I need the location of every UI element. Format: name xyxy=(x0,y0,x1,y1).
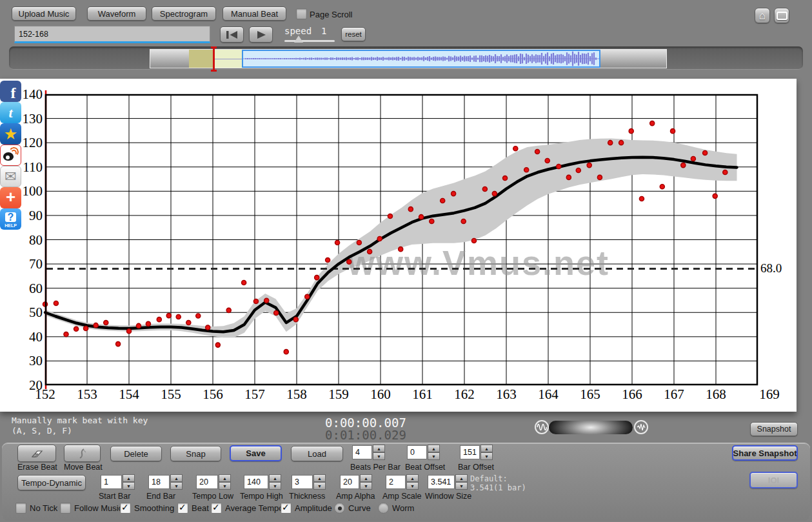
y-axis-tick-label: 40 xyxy=(15,329,43,345)
erase-beat-button[interactable] xyxy=(17,445,56,462)
x-axis-tick-label: 166 xyxy=(617,386,647,403)
spin-up-button[interactable]: ▲ xyxy=(428,445,440,452)
delete-button[interactable]: Delete xyxy=(110,446,162,461)
spin-down-button[interactable]: ▼ xyxy=(360,482,372,490)
play-icon xyxy=(255,30,267,39)
smoothing-checkbox[interactable] xyxy=(120,503,131,514)
fullscreen-button[interactable] xyxy=(774,8,789,23)
x-axis-tick-label: 158 xyxy=(282,386,312,403)
tempo-high-input[interactable] xyxy=(244,475,268,489)
curve-label: Curve xyxy=(348,503,371,513)
amp-alpha-input[interactable] xyxy=(340,475,359,489)
help-icon: ? xyxy=(5,212,17,222)
end-bar-input[interactable] xyxy=(148,475,170,489)
selection-played-region xyxy=(189,50,215,68)
spin-up-button[interactable]: ▲ xyxy=(455,474,468,482)
window-size-input[interactable] xyxy=(428,475,455,489)
beats-per-bar-input[interactable] xyxy=(352,445,372,459)
tempo-low-input[interactable] xyxy=(196,475,218,489)
x-axis-tick-label: 154 xyxy=(114,386,144,403)
y-axis-tick-label: 120 xyxy=(15,135,43,151)
spin-up-button[interactable]: ▲ xyxy=(313,474,326,482)
bar-offset-input[interactable] xyxy=(460,445,480,459)
x-axis-tick-label: 162 xyxy=(450,386,479,403)
beat-key-hint-line1: Manually mark beat with key xyxy=(12,416,148,425)
volume-slider[interactable] xyxy=(549,421,633,434)
reset-button[interactable]: reset xyxy=(341,27,366,41)
waveform-view-window[interactable] xyxy=(242,50,600,68)
x-axis-tick-label: 157 xyxy=(240,386,270,403)
follow-music-label: Follow Music xyxy=(74,503,123,513)
end-bar-label: End Bar xyxy=(146,492,175,501)
spin-up-button[interactable]: ▲ xyxy=(269,474,281,482)
page-scroll-checkbox[interactable] xyxy=(296,8,307,19)
skip-start-icon xyxy=(226,30,239,39)
average-tempo-checkbox[interactable] xyxy=(211,503,222,514)
min-amplitude-icon[interactable] xyxy=(535,420,549,434)
smoothing-label: Smoothing xyxy=(134,503,174,513)
no-tick-label: No Tick xyxy=(30,503,57,513)
worm-radio[interactable] xyxy=(378,503,389,514)
bar-offset-spinner: ▲▼ xyxy=(480,445,493,460)
beat-offset-input[interactable] xyxy=(407,445,427,459)
spin-up-button[interactable]: ▲ xyxy=(373,445,385,452)
average-tempo-label: Average Tempo xyxy=(225,503,284,513)
share-snapshot-button[interactable]: Share Snapshot xyxy=(732,445,798,461)
waveform-button[interactable]: Waveform xyxy=(87,6,146,21)
spin-down-button[interactable]: ▼ xyxy=(480,452,493,460)
average-tempo-value-label: 68.0 xyxy=(760,261,782,276)
x-axis-tick-label: 156 xyxy=(198,386,228,403)
spin-down-button[interactable]: ▼ xyxy=(170,482,183,490)
curve-radio[interactable] xyxy=(334,503,345,514)
spin-up-button[interactable]: ▲ xyxy=(170,474,183,482)
spin-down-button[interactable]: ▼ xyxy=(219,482,231,490)
beat-checkbox[interactable] xyxy=(177,503,188,514)
amp-scale-input[interactable] xyxy=(386,475,406,489)
speed-slider-handle[interactable] xyxy=(294,35,303,43)
beat-label: Beat xyxy=(192,503,209,513)
worm-label: Worm xyxy=(392,503,414,513)
upload-music-button[interactable]: Upload Music xyxy=(12,6,76,21)
play-button[interactable] xyxy=(249,26,273,43)
amp-scale-label: Amp Scale xyxy=(382,492,421,501)
spin-down-button[interactable]: ▼ xyxy=(313,482,326,490)
spin-down-button[interactable]: ▼ xyxy=(123,482,135,490)
beats-per-bar-spinner: ▲▼ xyxy=(373,445,385,460)
spin-down-button[interactable]: ▼ xyxy=(373,452,385,460)
waveform-loaded-region[interactable] xyxy=(150,49,667,68)
snapshot-button[interactable]: Snapshot xyxy=(750,422,798,436)
spin-down-button[interactable]: ▼ xyxy=(428,452,440,460)
home-button[interactable]: ⌂ xyxy=(755,8,770,23)
playhead-cursor[interactable] xyxy=(213,47,215,72)
move-beat-button[interactable] xyxy=(64,445,101,462)
amplitude-checkbox[interactable] xyxy=(281,503,292,514)
spin-up-button[interactable]: ▲ xyxy=(219,474,231,482)
snap-button[interactable]: Snap xyxy=(170,446,221,461)
tempo-dynamic-button[interactable]: Tempo-Dynamic xyxy=(17,475,86,490)
follow-music-checkbox[interactable] xyxy=(60,503,71,514)
tempo-chart[interactable]: www.Vmus.net xyxy=(45,94,758,385)
manual-beat-button[interactable]: Manual Beat xyxy=(223,6,286,21)
spin-down-button[interactable]: ▼ xyxy=(455,482,468,490)
amp-alpha-label: Amp Alpha xyxy=(336,492,375,501)
vmus-tempo-app: Upload Music Waveform Spectrogram Manual… xyxy=(0,0,812,522)
spin-down-button[interactable]: ▼ xyxy=(269,482,281,490)
spin-down-button[interactable]: ▼ xyxy=(406,482,419,490)
speed-slider-track[interactable] xyxy=(284,40,335,42)
thickness-input[interactable] xyxy=(292,475,313,489)
start-bar-input[interactable] xyxy=(101,475,122,489)
max-amplitude-icon[interactable] xyxy=(634,420,648,434)
skip-to-start-button[interactable] xyxy=(220,26,244,43)
spin-up-button[interactable]: ▲ xyxy=(360,474,372,482)
save-button[interactable]: Save xyxy=(230,445,282,461)
no-tick-checkbox[interactable] xyxy=(15,503,26,514)
spin-up-button[interactable]: ▲ xyxy=(406,474,419,482)
spin-up-button[interactable]: ▲ xyxy=(480,445,493,452)
fullscreen-icon xyxy=(777,12,787,20)
load-button[interactable]: Load xyxy=(291,446,343,461)
tempo-low-spinner: ▲▼ xyxy=(219,474,231,490)
spectrogram-button[interactable]: Spectrogram xyxy=(152,6,216,21)
bar-range-input[interactable] xyxy=(14,26,210,43)
spin-up-button[interactable]: ▲ xyxy=(123,474,135,482)
y-axis-tick-label: 100 xyxy=(15,183,43,199)
